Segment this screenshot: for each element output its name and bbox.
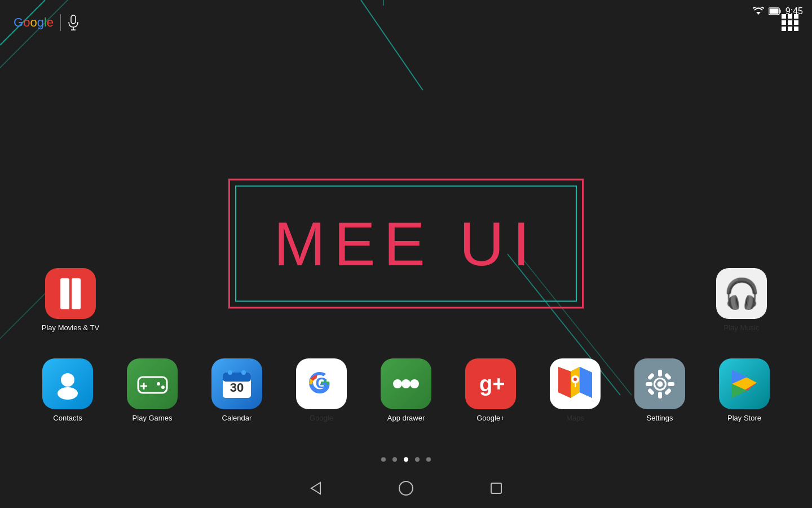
svg-rect-43: [647, 373, 654, 380]
maps-icon: [550, 358, 601, 409]
svg-marker-51: [311, 483, 320, 494]
svg-text:30: 30: [230, 380, 244, 395]
svg-point-25: [241, 370, 246, 375]
svg-point-52: [399, 481, 413, 495]
google-logo: Google: [14, 15, 54, 30]
svg-point-24: [228, 370, 232, 375]
contacts-icon: [42, 358, 93, 409]
page-indicators: [0, 457, 812, 462]
app-settings[interactable]: Settings: [623, 358, 696, 422]
svg-marker-33: [580, 367, 592, 398]
play-games-icon: [127, 358, 178, 409]
apps-grid-button[interactable]: [782, 14, 798, 31]
settings-label: Settings: [647, 414, 673, 422]
svg-rect-40: [658, 392, 662, 398]
recent-apps-button[interactable]: [451, 471, 541, 505]
settings-icon: [634, 358, 685, 409]
svg-rect-41: [646, 382, 652, 386]
top-apps-row: Play Movies & TV 🎧 Play Music: [0, 268, 812, 332]
svg-point-27: [393, 379, 402, 388]
app-drawer-icon: [381, 358, 431, 409]
svg-marker-34: [558, 367, 571, 398]
app-play-games[interactable]: Play Games: [116, 358, 189, 422]
play-games-label: Play Games: [133, 414, 173, 422]
page-dot-4[interactable]: [426, 457, 431, 462]
play-music-label: Play Music: [724, 323, 760, 332]
svg-point-15: [58, 387, 78, 400]
bottom-nav: [0, 468, 812, 508]
svg-rect-46: [664, 388, 671, 395]
calendar-icon: 30: [211, 358, 262, 409]
search-divider: [60, 14, 61, 31]
google-plus-label: Google+: [476, 414, 505, 422]
back-button[interactable]: [271, 471, 361, 505]
home-button[interactable]: [361, 471, 451, 505]
svg-rect-44: [664, 373, 671, 380]
app-contacts[interactable]: Contacts: [31, 358, 104, 422]
svg-rect-53: [491, 483, 501, 493]
top-bar: Google: [0, 6, 812, 40]
play-store-icon: [719, 358, 770, 409]
svg-rect-42: [668, 382, 674, 386]
svg-point-29: [410, 379, 419, 388]
svg-rect-11: [71, 15, 76, 24]
app-google[interactable]: G Google: [285, 358, 358, 422]
google-plus-icon: g+: [465, 358, 516, 409]
google-search-area[interactable]: Google: [14, 14, 79, 31]
svg-text:G: G: [315, 374, 328, 392]
app-play-store[interactable]: Play Store: [708, 358, 781, 422]
svg-point-36: [573, 378, 577, 381]
bottom-apps-row: Contacts Play Games 30 Calendar: [0, 358, 812, 422]
page-dot-0[interactable]: [381, 457, 386, 462]
svg-rect-16: [138, 377, 167, 393]
app-maps[interactable]: Maps: [539, 358, 612, 422]
app-drawer-label: App drawer: [387, 414, 425, 422]
play-movies-label: Play Movies & TV: [42, 323, 99, 332]
svg-point-14: [61, 373, 74, 387]
svg-point-19: [157, 382, 160, 386]
google-icon: G: [296, 358, 347, 409]
page-dot-2[interactable]: [404, 457, 408, 462]
contacts-label: Contacts: [53, 414, 82, 422]
mic-icon[interactable]: [68, 15, 79, 30]
svg-rect-45: [647, 388, 654, 395]
svg-point-38: [657, 381, 663, 387]
google-label: Google: [310, 414, 333, 422]
svg-point-28: [401, 379, 411, 388]
svg-text:g+: g+: [479, 372, 505, 396]
maps-label: Maps: [566, 414, 584, 422]
svg-rect-39: [658, 370, 662, 376]
page-dot-3[interactable]: [415, 457, 420, 462]
app-drawer[interactable]: App drawer: [369, 358, 443, 422]
app-google-plus[interactable]: g+ Google+: [454, 358, 527, 422]
app-calendar[interactable]: 30 Calendar: [200, 358, 273, 422]
page-dot-1[interactable]: [392, 457, 397, 462]
calendar-label: Calendar: [222, 414, 252, 422]
svg-point-20: [161, 386, 165, 389]
play-music-icon: 🎧: [716, 268, 767, 319]
app-play-music[interactable]: 🎧 Play Music: [705, 268, 778, 332]
app-play-movies-tv[interactable]: Play Movies & TV: [34, 268, 107, 332]
play-store-label: Play Store: [727, 414, 761, 422]
play-movies-icon: [45, 268, 96, 319]
